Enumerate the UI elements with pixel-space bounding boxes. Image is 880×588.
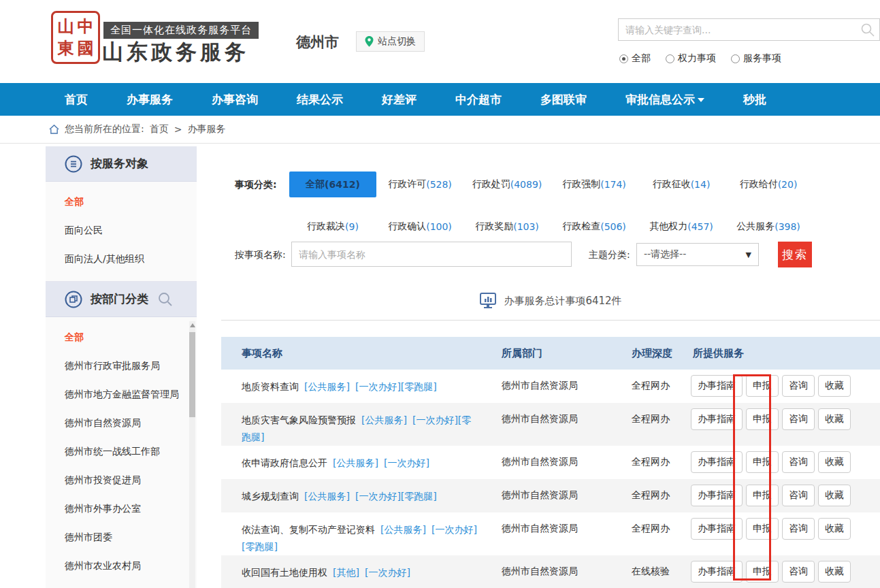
scrollbar-thumb[interactable] xyxy=(189,332,195,417)
tab-administrative-ruling[interactable]: 行政裁决(9) xyxy=(289,214,376,240)
chart-monitor-icon xyxy=(479,292,497,310)
nav-results[interactable]: 结果公示 xyxy=(297,92,343,108)
sidebar-item-department[interactable]: 德州市统一战线工作部 xyxy=(46,437,197,466)
tab-administrative-payment[interactable]: 行政给付(20) xyxy=(725,172,812,197)
nav-home[interactable]: 首页 xyxy=(65,92,88,108)
item-tag[interactable]: [一次办好] xyxy=(365,567,410,578)
item-name[interactable]: 依法查询、复制不动产登记资料 xyxy=(242,524,375,535)
tab-label: 行政奖励 xyxy=(475,220,513,233)
tab-administrative-confirmation[interactable]: 行政确认(100) xyxy=(376,214,463,240)
favorite-button[interactable]: 收藏 xyxy=(818,561,851,583)
tab-other-powers[interactable]: 其他权力(457) xyxy=(638,214,725,240)
tab-label: 行政许可 xyxy=(388,178,426,191)
sidebar-item-all-targets[interactable]: 全部 xyxy=(46,187,197,216)
scroll-up-arrow-icon[interactable] xyxy=(190,323,195,327)
tab-administrative-levy[interactable]: 行政征收(14) xyxy=(638,172,725,197)
apply-button[interactable]: 申报 xyxy=(746,485,779,506)
consult-button[interactable]: 咨询 xyxy=(782,408,815,430)
item-tag[interactable]: [一次办好][零跑腿] xyxy=(355,381,437,392)
nav-rating[interactable]: 好差评 xyxy=(382,92,417,108)
guide-button[interactable]: 办事指南 xyxy=(691,561,743,583)
consult-button[interactable]: 咨询 xyxy=(782,561,815,583)
favorite-button[interactable]: 收藏 xyxy=(818,408,851,430)
sidebar-item-department[interactable]: 德州市地方金融监督管理局 xyxy=(46,380,197,408)
consult-button[interactable]: 咨询 xyxy=(782,451,815,473)
apply-button[interactable]: 申报 xyxy=(746,561,779,583)
scope-all[interactable]: 全部 xyxy=(619,52,651,65)
nav-consult[interactable]: 办事咨询 xyxy=(212,92,258,108)
apply-button[interactable]: 申报 xyxy=(746,408,779,430)
item-name[interactable]: 地质灾害气象风险预警预报 xyxy=(242,414,356,425)
item-tag[interactable]: [一次办好][零跑腿] xyxy=(355,491,437,502)
search-icon[interactable] xyxy=(860,22,875,37)
apply-button[interactable]: 申报 xyxy=(746,518,779,540)
stats-text: 办事服务总计事项6412件 xyxy=(504,295,621,308)
item-tag[interactable]: [公共服务] xyxy=(304,491,350,502)
sidebar-item-department[interactable]: 德州市行政审批服务局 xyxy=(46,351,197,380)
guide-button[interactable]: 办事指南 xyxy=(691,451,743,473)
tab-administrative-license[interactable]: 行政许可(528) xyxy=(376,172,463,197)
consult-button[interactable]: 咨询 xyxy=(782,518,815,540)
item-tag[interactable]: [公共服务] xyxy=(380,524,426,535)
consult-button[interactable]: 咨询 xyxy=(782,485,815,506)
item-tag[interactable]: [其他] xyxy=(333,567,359,578)
topic-select[interactable]: --请选择-- ▼ xyxy=(636,243,759,266)
nav-multi-review[interactable]: 多图联审 xyxy=(540,92,587,108)
guide-button[interactable]: 办事指南 xyxy=(691,485,743,506)
item-tag[interactable]: [公共服务] xyxy=(333,457,378,468)
guide-button[interactable]: 办事指南 xyxy=(691,518,743,540)
sidebar-item-department[interactable]: 德州市投资促进局 xyxy=(46,466,197,494)
apply-button[interactable]: 申报 xyxy=(746,451,779,473)
category-tabs: 全部(6412) 行政许可(528) 行政处罚(4089) 行政强制(174) … xyxy=(289,172,812,240)
sidebar-item-department[interactable]: 德州市外事办公室 xyxy=(46,494,197,523)
item-name-label: 按事项名称: xyxy=(235,249,286,261)
header-search-input[interactable] xyxy=(619,19,879,40)
favorite-button[interactable]: 收藏 xyxy=(818,518,851,540)
item-tag[interactable]: [公共服务] xyxy=(361,414,407,425)
guide-button[interactable]: 办事指南 xyxy=(691,408,743,430)
sidebar-item-department[interactable]: 德州市农业农村局 xyxy=(46,551,197,580)
sidebar-item-legal-persons[interactable]: 面向法人/其他组织 xyxy=(46,244,197,273)
nav-services[interactable]: 办事服务 xyxy=(127,92,173,108)
search-button[interactable]: 搜索 xyxy=(778,242,812,267)
tab-label: 行政检查 xyxy=(562,220,600,233)
apply-button[interactable]: 申报 xyxy=(746,375,779,397)
stats-bar: 办事服务总计事项6412件 xyxy=(221,292,880,310)
item-name[interactable]: 城乡规划查询 xyxy=(242,491,299,502)
item-name[interactable]: 依申请政府信息公开 xyxy=(242,457,327,468)
sidebar-item-department[interactable]: 德州市团委 xyxy=(46,523,197,551)
guide-button[interactable]: 办事指南 xyxy=(691,375,743,397)
favorite-button[interactable]: 收藏 xyxy=(818,451,851,473)
sidebar: 按服务对象 全部 面向公民 面向法人/其他组织 按部门分类 全部 德州市行政审批… xyxy=(46,146,197,588)
tab-public-services[interactable]: 公共服务(398) xyxy=(725,214,812,240)
item-name-input[interactable] xyxy=(292,242,571,266)
nav-approval-info[interactable]: 审批信息公示 xyxy=(625,92,704,108)
sidebar-item-department[interactable]: 德州市自然资源局 xyxy=(46,408,197,437)
department-search-icon[interactable] xyxy=(157,291,174,308)
scope-power-items[interactable]: 权力事项 xyxy=(666,52,716,65)
tab-all[interactable]: 全部(6412) xyxy=(289,172,376,197)
tab-administrative-inspection[interactable]: 行政检查(506) xyxy=(551,214,638,240)
site-switch-button[interactable]: 站点切换 xyxy=(356,31,425,52)
consult-button[interactable]: 咨询 xyxy=(782,375,815,397)
item-name[interactable]: 地质资料查询 xyxy=(242,381,299,392)
item-name[interactable]: 收回国有土地使用权 xyxy=(242,567,327,578)
tab-administrative-reward[interactable]: 行政奖励(103) xyxy=(463,214,551,240)
item-depth: 全程网办 xyxy=(632,523,670,535)
tab-administrative-coercion[interactable]: 行政强制(174) xyxy=(551,172,638,197)
tab-label: 其他权力 xyxy=(649,220,687,233)
scope-service-items[interactable]: 服务事项 xyxy=(731,52,781,65)
sidebar-item-all-departments[interactable]: 全部 xyxy=(46,323,197,351)
nav-intermediary[interactable]: 中介超市 xyxy=(455,92,502,108)
tab-administrative-penalty[interactable]: 行政处罚(4089) xyxy=(463,172,551,197)
nav-instant-approval[interactable]: 秒批 xyxy=(743,92,766,108)
breadcrumb-home-link[interactable]: 首页 xyxy=(150,123,169,135)
item-tag[interactable]: [一次办好] xyxy=(384,457,429,468)
sidebar-item-citizens[interactable]: 面向公民 xyxy=(46,216,197,244)
sidebar-item-department[interactable]: 德州市审计局 xyxy=(46,580,197,588)
favorite-button[interactable]: 收藏 xyxy=(818,485,851,506)
favorite-button[interactable]: 收藏 xyxy=(818,375,851,397)
department-scrollbar[interactable] xyxy=(189,321,195,588)
item-tag[interactable]: [公共服务] xyxy=(304,381,350,392)
scope-label: 权力事项 xyxy=(678,52,716,65)
